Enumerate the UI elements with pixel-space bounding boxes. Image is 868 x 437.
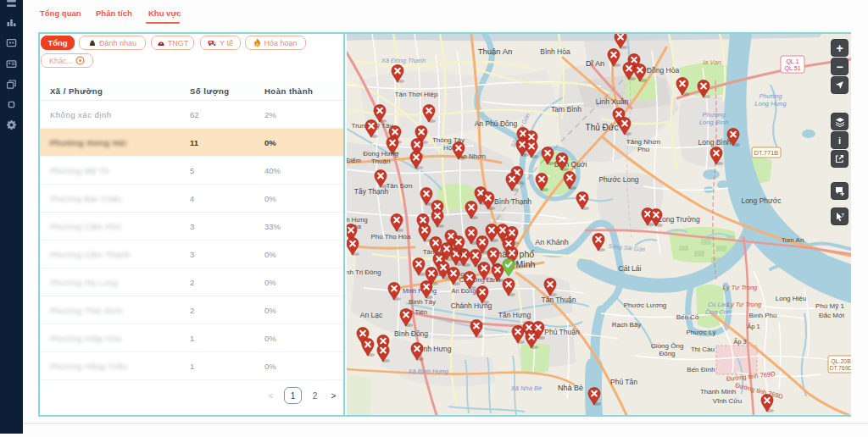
svg-text:Phước Long: Phước Long <box>598 175 638 184</box>
svg-text:Bến Đình: Bến Đình <box>687 366 715 373</box>
svg-text:Ia Vạn: Ia Vạn <box>703 58 721 66</box>
svg-text:Ấp 1: Ấp 1 <box>747 322 760 330</box>
svg-text:Điểm: Điểm <box>347 157 361 164</box>
svg-text:Cát Lái: Cát Lái <box>619 264 642 273</box>
svg-text:Bình Đông: Bình Đông <box>394 329 428 338</box>
svg-text:QL.20B: QL.20B <box>831 358 851 365</box>
svg-text:QL.51: QL.51 <box>784 65 800 72</box>
svg-text:Long Trường: Long Trường <box>658 215 700 224</box>
svg-text:Phước Lý: Phước Lý <box>686 329 715 336</box>
svg-text:Vĩnh Cửu: Vĩnh Cửu <box>713 397 742 405</box>
svg-text:Tân Thuận: Tân Thuận <box>542 296 576 304</box>
svg-text:?: ? <box>841 213 844 218</box>
svg-text:Đông: Đông <box>659 350 675 357</box>
svg-text:Thủ Đức: Thủ Đức <box>586 123 619 132</box>
svg-text:Rạch Bãy: Rạch Bãy <box>612 321 642 329</box>
svg-text:Phước Lương: Phước Lương <box>624 301 667 309</box>
svg-text:Xã Nhà Bè: Xã Nhà Bè <box>510 384 542 392</box>
svg-text:Minh: Minh <box>516 259 536 269</box>
svg-text:Giồng Ông: Giồng Ông <box>651 342 684 350</box>
svg-text:Linh Xuân: Linh Xuân <box>596 97 629 106</box>
svg-text:Ông Cồn: Ông Cồn <box>705 308 731 316</box>
svg-text:Tom An: Tom An <box>782 236 804 244</box>
svg-text:Phường: Phường <box>703 111 726 119</box>
svg-text:An Phú Đông: An Phú Đông <box>475 119 518 128</box>
svg-text:Phú Thuận: Phú Thuận <box>544 328 580 336</box>
svg-text:Thuận: Thuận <box>371 158 391 165</box>
svg-text:Lý Tự Trọng: Lý Tự Trọng <box>723 284 758 291</box>
svg-text:Bình Phú: Bình Phú <box>749 312 777 319</box>
svg-text:DT.769D: DT.769D <box>829 365 851 371</box>
svg-text:Long Hiệu: Long Hiệu <box>776 295 806 302</box>
svg-text:Long Bình: Long Bình <box>698 138 732 147</box>
svg-text:Lý Tự Trọng: Lý Tự Trọng <box>727 301 762 308</box>
svg-text:Long Hưng: Long Hưng <box>754 100 787 108</box>
svg-text:Bình Tây: Bình Tây <box>409 298 436 306</box>
svg-text:Thị Cầu: Thị Cầu <box>691 346 715 353</box>
svg-text:Xã Đông Thạnh: Xã Đông Thạnh <box>381 57 426 64</box>
svg-text:Tân Thới Hiệp: Tân Thới Hiệp <box>395 91 438 98</box>
svg-text:Bình Hòa: Bình Hòa <box>540 47 570 56</box>
svg-text:Đắc Mới: Đắc Mới <box>819 312 844 319</box>
svg-text:Long Phước: Long Phước <box>741 196 782 205</box>
svg-text:Phú Mỹ 1: Phú Mỹ 1 <box>815 302 844 310</box>
svg-text:Bình Thạnh: Bình Thạnh <box>494 197 531 206</box>
svg-text:Xã Bình Hưng: Xã Bình Hưng <box>407 368 448 375</box>
svg-text:Cù Lao: Cù Lao <box>708 301 728 308</box>
svg-text:DT.771B: DT.771B <box>754 149 779 157</box>
svg-text:Tăng Nhơn: Tăng Nhơn <box>626 138 660 146</box>
svg-text:Ấp 3: Ấp 3 <box>733 337 746 346</box>
svg-text:Hội: Hội <box>443 144 453 152</box>
svg-text:Dĩ An: Dĩ An <box>586 59 604 68</box>
svg-text:Tây Thạnh: Tây Thạnh <box>354 187 389 196</box>
svg-text:Thanh Minh: Thanh Minh <box>700 388 736 396</box>
svg-text:Thuận An: Thuận An <box>478 47 513 56</box>
svg-text:Đồng Hòa: Đồng Hòa <box>647 66 680 75</box>
svg-text:Tân Hưng: Tân Hưng <box>498 311 531 319</box>
svg-text:Nhà Bè: Nhà Bè <box>558 384 583 392</box>
svg-text:An Khánh: An Khánh <box>535 238 569 246</box>
svg-text:An Lạc: An Lạc <box>360 311 383 319</box>
svg-text:Tân Sơn: Tân Sơn <box>386 182 412 190</box>
svg-text:Phú Tân: Phú Tân <box>610 378 637 386</box>
svg-text:Tam Bình: Tam Bình <box>551 105 581 113</box>
svg-text:Long Bình: Long Bình <box>699 119 728 126</box>
svg-text:Phú Thọ Hòa: Phú Thọ Hòa <box>371 233 412 241</box>
svg-text:Phường: Phường <box>760 92 783 100</box>
svg-text:Phú: Phú <box>637 146 649 153</box>
svg-text:Bình Trị Đông: Bình Trị Đông <box>347 268 381 276</box>
svg-text:Bến Cỏ: Bến Cỏ <box>676 313 699 321</box>
svg-text:QL.1: QL.1 <box>786 58 798 65</box>
